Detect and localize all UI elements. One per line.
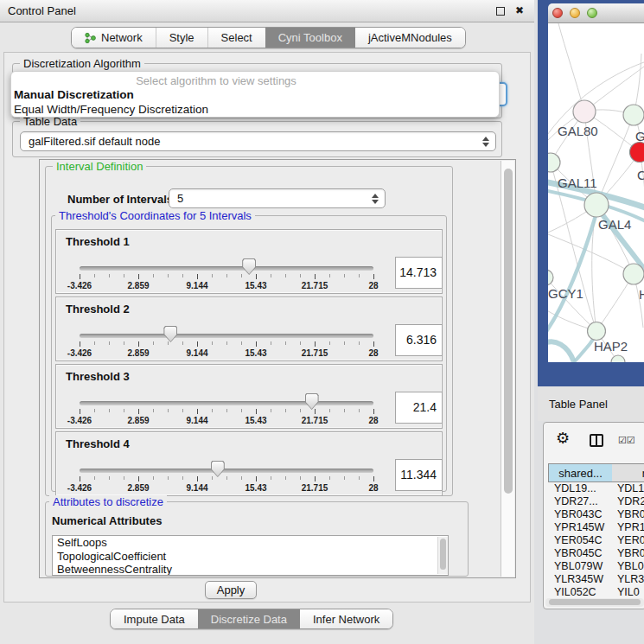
tick-mark [329,341,330,345]
table-row[interactable]: YER054CYER0 [548,534,644,547]
tab-label: Network [101,31,143,44]
tick-mark [197,274,198,279]
tick-mark [80,476,80,481]
slider-thumb[interactable] [242,258,256,275]
tick-mark [226,476,227,480]
node-label-gcy1: GCY1 [548,286,583,301]
tick-mark [285,274,286,277]
tick-mark [271,274,271,277]
tab-style[interactable]: Style [156,28,207,48]
tick-mark [315,341,316,347]
number-of-intervals-label: Number of Intervals [67,193,173,206]
threshold-2-slider: -3.4262.8599.14415.4321.71528 [56,297,398,362]
slider-track[interactable] [80,266,373,271]
table-row[interactable]: YBR045CYBR0 [548,547,644,560]
table-data-combobox[interactable]: galFiltered.sif default node [20,131,496,151]
tab-jactivemnodules[interactable]: jActiveMNodules [355,28,465,48]
tick-mark [124,476,124,480]
numerical-attributes-list: SelfLoops TopologicalCoefficient Between… [52,535,449,576]
node-bottom-partial[interactable] [611,355,625,362]
threshold-1-value-field[interactable]: 14.713 [395,257,443,289]
popup-item-manual-discretization[interactable]: Manual Discretization [13,88,134,101]
table-row[interactable]: YBL079WYBL0 [548,560,644,573]
table-row[interactable]: YIL052CYIL0 [548,586,644,598]
table-row[interactable]: YDR27...YDR2 [548,495,644,508]
tick-mark [124,274,124,277]
panel-title: Control Panel [8,4,76,17]
slider-thumb[interactable] [305,393,319,410]
tick-mark [197,409,198,414]
slider-thumb[interactable] [163,326,177,342]
slider-track[interactable] [80,334,373,338]
tick-mark [359,274,360,277]
tick-label: 15.43 [245,281,266,290]
tick-label: 28 [368,416,378,425]
node-hap2[interactable] [588,322,606,341]
list-scrollbar[interactable] [437,537,448,574]
tick-mark [285,341,286,345]
tick-mark [182,409,183,412]
table-row[interactable]: YBR043CYBR0 [548,508,644,521]
zoom-traffic-light-icon[interactable] [587,8,597,18]
apply-button[interactable]: Apply [205,581,257,599]
threshold-3-value-field[interactable]: 21.4 [395,392,443,424]
list-item[interactable]: BetweennessCentrality [53,563,448,576]
float-window-icon[interactable] [496,7,505,16]
popup-item-equal-width-frequency[interactable]: Equal Width/Frequency Discretization [13,103,208,116]
tab-impute-data[interactable]: Impute Data [111,609,198,628]
list-item[interactable]: TopologicalCoefficient [53,550,448,564]
tick-mark [226,341,227,345]
network-canvas[interactable]: GAL80 GA C GAL11 GAL4 H GCY1 HAP2 [548,23,644,362]
tab-select[interactable]: Select [207,28,265,48]
combo-arrows-icon [482,137,489,147]
tab-discretize-data[interactable]: Discretize Data [198,609,300,628]
table-row[interactable]: YDL19...YDL1 [548,482,644,495]
tick-mark [315,274,316,279]
node-gal11[interactable] [548,153,560,172]
tick-mark [256,341,257,347]
node-gcy1[interactable] [548,270,553,285]
close-traffic-light-icon[interactable] [552,8,563,18]
node-mid-right[interactable] [623,264,644,284]
select-columns-checkboxes-icon[interactable]: ☑☑ [618,435,635,446]
column-header-shared-name[interactable]: shared... [548,463,613,482]
algorithm-dropdown-popup: Select algorithm to view settings Manual… [10,71,500,118]
column-header-name[interactable]: na [612,463,644,482]
tick-label: 15.43 [245,416,266,425]
tick-mark [182,341,183,345]
list-item[interactable]: SelfLoops [53,536,448,550]
bottom-tab-bar: Impute Data Discretize Data Infer Networ… [110,609,393,629]
tick-mark [124,409,124,412]
node-top-right[interactable] [623,105,644,125]
settings-gear-icon[interactable]: ⚙ [556,429,570,448]
number-of-intervals-combobox[interactable]: 5 [169,188,386,208]
slider-track[interactable] [80,401,373,405]
node-gal80[interactable] [573,100,596,123]
column-layout-icon[interactable] [590,434,603,447]
tick-mark [80,274,80,279]
table-horizontal-scrollbar[interactable] [545,598,644,607]
cyni-toolbox-content: Discretization Algorithm Table Data galF… [3,52,531,603]
scrollbar-thumb[interactable] [549,599,641,605]
tick-mark [168,409,169,412]
tick-mark [241,274,242,277]
tick-mark [256,274,257,279]
tick-mark [168,274,169,277]
pane-scrollbar[interactable] [501,161,514,577]
threshold-4-value-field[interactable]: 11.344 [395,459,443,491]
slider-track[interactable] [80,469,373,473]
table-row[interactable]: YPR145WYPR1 [548,521,644,534]
node-gal4[interactable] [584,193,609,217]
tab-cyni-toolbox[interactable]: Cyni Toolbox [265,28,355,48]
slider-thumb[interactable] [211,461,225,477]
pane-scrollbar-thumb[interactable] [504,169,513,494]
node-red-selected[interactable] [630,143,644,163]
node-label-gal80: GAL80 [558,124,598,138]
close-icon[interactable]: ✖ [515,4,524,16]
minimize-traffic-light-icon[interactable] [570,8,580,18]
tab-network[interactable]: Network [72,28,156,48]
tick-mark [373,274,374,279]
tab-infer-network[interactable]: Infer Network [300,609,392,628]
table-row[interactable]: YLR345WYLR3 [548,573,644,586]
threshold-2-value-field[interactable]: 6.316 [395,324,443,356]
